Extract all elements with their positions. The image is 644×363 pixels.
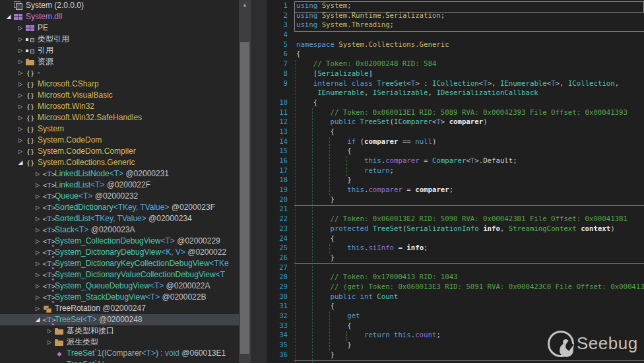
tree-item-system-codedom-compiler[interactable]: ▷{ }System.CodeDom.Compiler [0, 146, 239, 157]
tree-item-label: 派生类型 [67, 337, 98, 348]
tree-item-treerotation[interactable]: ▷TreeRotation @02000247 [0, 303, 239, 314]
tree-expander-icon[interactable]: ▷ [16, 112, 25, 123]
tree-item-system-dictionaryvaluecollectiondebugvie[interactable]: ▷<T>▾System_DictionaryValueCollectionDeb… [0, 269, 239, 280]
line-number: 11 [267, 108, 288, 118]
tree-item-item[interactable]: ▷类型引用 [0, 34, 239, 45]
tree-item-label: System.Collections.Generic [38, 157, 135, 168]
tree-expander-icon[interactable]: ▷ [16, 67, 25, 79]
code-text: using System; [296, 1, 352, 11]
tree-item-system-codedom[interactable]: ▷{ }System.CodeDom [0, 135, 239, 146]
tree-expander-icon[interactable]: ▷ [33, 269, 42, 280]
tree-item-system-2-0-0-0[interactable]: System (2.0.0.0) [0, 0, 239, 11]
tree-expander-icon[interactable]: ▷ [33, 292, 42, 303]
line-number: 2 [267, 11, 288, 21]
tree-expander-icon[interactable]: ▷ [16, 135, 25, 146]
folder-icon [54, 338, 65, 347]
tree-item-item[interactable]: ▷资源 [0, 56, 239, 67]
line-number: 34 [267, 331, 288, 341]
tree-item-microsoft-csharp[interactable]: ▷{ }Microsoft.CSharp [0, 79, 239, 90]
tree-scrollbar[interactable]: ▲ [239, 0, 251, 363]
tree-expander-icon[interactable]: ▷ [33, 213, 42, 224]
tree-item-system-collections-generic[interactable]: ◢{ }System.Collections.Generic [0, 157, 239, 168]
tree-item-sortedlist[interactable]: ▷<T>SortedList<TKey, TValue> @02000234 [0, 213, 239, 224]
tree-item-microsoft-win32[interactable]: ▷{ }Microsoft.Win32 [0, 101, 239, 112]
tree-item-label: 类型引用 [38, 34, 69, 45]
tree-expander-icon[interactable]: ▷ [33, 224, 42, 236]
tree-item-stack[interactable]: ▷<T>Stack<T> @0200023A [0, 224, 239, 236]
code-line: 27 [267, 263, 644, 273]
panel-splitter[interactable] [251, 0, 267, 363]
tree-item-system-collectiondebugview[interactable]: ▷<T>▾System_CollectionDebugView<T> @0200… [0, 236, 239, 247]
namespace-icon: { } [25, 125, 36, 134]
code-line: 29 // (get) Token: 0x060013E3 RID: 5091 … [267, 282, 644, 292]
tree-item-system-dictionarykeycollectiondebugview[interactable]: ▷<T>▾System_DictionaryKeyCollectionDebug… [0, 258, 239, 269]
assembly-icon [13, 1, 24, 11]
tree-item-system-dll[interactable]: ◢System.dll [0, 11, 239, 22]
tree-item-treeset[interactable]: ◢<T>▾TreeSet<T> @02000248 [0, 314, 239, 325]
classi-icon: <T>▾ [42, 271, 53, 280]
tree-expander-icon[interactable]: ▷ [16, 22, 25, 34]
tree-item-item[interactable]: ▷{ }- [0, 67, 239, 79]
tree-item-sorteddictionary[interactable]: ▷<T>SortedDictionary<TKey, TValue> @0200… [0, 202, 239, 213]
tree-expander-icon[interactable]: ▷ [16, 101, 25, 112]
code-line: 28 // Token: 0x17000413 RID: 1043 [267, 273, 644, 282]
tree-item-treeset-1[interactable]: ◆TreeSet`1( [0, 359, 239, 363]
tree-expander-icon[interactable]: ▷ [16, 56, 25, 67]
code-text: { [296, 321, 352, 331]
namespace-icon: { } [25, 114, 36, 123]
tree-expander-icon[interactable]: ▷ [16, 123, 25, 135]
tree-expander-icon[interactable]: ▷ [33, 180, 42, 191]
tree-item-system[interactable]: ▷{ }System [0, 123, 239, 135]
tree-expander-icon[interactable]: ▷ [45, 325, 54, 337]
tree-expander-icon[interactable]: ▷ [33, 258, 42, 269]
tree-expander-icon[interactable]: ▷ [33, 303, 42, 314]
tree-expander-icon[interactable]: ▷ [33, 236, 42, 247]
tree-item-item[interactable]: ▷基类型和接口 [0, 325, 239, 337]
line-number: 20 [267, 195, 288, 205]
tree-item-system-stackdebugview[interactable]: ▷<T>▾System_StackDebugView<T> @0200022B [0, 292, 239, 303]
tree-expander-icon[interactable]: ◢ [33, 314, 42, 325]
line-number: 9 [267, 79, 288, 89]
line-number: 25 [267, 244, 288, 253]
tree-item-microsoft-win32-safehandles[interactable]: ▷{ }Microsoft.Win32.SafeHandles [0, 112, 239, 123]
tree-item-label: System_StackDebugView<T> @0200022B [55, 292, 206, 303]
tree-expander-icon[interactable]: ▷ [33, 202, 42, 213]
tree-expander-icon[interactable]: ▷ [33, 280, 42, 292]
code-editor[interactable]: 1using System;2using System.Runtime.Seri… [267, 0, 644, 363]
tree-item-item[interactable]: ▷引用 [0, 45, 239, 56]
tree-expander-icon[interactable]: ▷ [16, 146, 25, 157]
tree-expander-icon[interactable]: ▷ [16, 90, 25, 101]
tree-item-linkedlist[interactable]: ▷<T>LinkedList<T> @0200022F [0, 180, 239, 191]
code-line: 30 public int Count [267, 292, 644, 302]
code-line: 16 this.comparer = Comparer<T>.Default; [267, 156, 644, 166]
tree-expander-icon[interactable]: ▷ [33, 168, 42, 180]
tree-item-label: System (2.0.0.0) [26, 0, 84, 11]
classi-icon: <T>▾ [42, 248, 53, 257]
tree-item-linkedlistnode[interactable]: ▷<T>LinkedListNode<T> @02000231 [0, 168, 239, 180]
tree-item-system-dictionarydebugview[interactable]: ▷<T>▾System_DictionaryDebugView<K, V> @0… [0, 247, 239, 258]
tree-expander-icon[interactable]: ◢ [16, 157, 25, 168]
tree-expander-icon[interactable]: ◢ [4, 11, 13, 22]
tree-item-queue[interactable]: ▷<T>Queue<T> @02000232 [0, 191, 239, 202]
tree-item-microsoft-visualbasic[interactable]: ▷{ }Microsoft.VisualBasic [0, 90, 239, 101]
tree-item-item[interactable]: ▷派生类型 [0, 337, 239, 348]
tree-expander-icon[interactable]: ▷ [16, 34, 25, 45]
tree-expander-icon[interactable]: ▷ [33, 191, 42, 202]
tree-item-label: Microsoft.CSharp [38, 79, 99, 90]
tree-item-label: System_DictionaryValueCollectionDebugVie… [55, 269, 225, 280]
tree-item-treeset-1[interactable]: ◆TreeSet`1(IComparer<T>) : void @060013E… [0, 348, 239, 359]
class-icon: <T> [42, 192, 53, 201]
assembly-tree[interactable]: System (2.0.0.0)◢System.dll▷PE▷类型引用▷引用▷资… [0, 0, 239, 363]
line-number: 26 [267, 253, 288, 263]
tree-item-pe[interactable]: ▷PE [0, 22, 239, 34]
code-line: 9 internal class TreeSet<T> : ICollectio… [267, 79, 644, 89]
scroll-up-arrow-icon[interactable]: ▲ [239, 0, 251, 11]
tree-item-system-queuedebugview[interactable]: ▷<T>▾System_QueueDebugView<T> @0200022A [0, 280, 239, 292]
tree-expander-icon[interactable]: ▷ [16, 79, 25, 90]
tree-expander-icon[interactable]: ▷ [16, 45, 25, 56]
line-number: 4 [267, 30, 288, 40]
tree-expander-icon[interactable]: ▷ [33, 247, 42, 258]
tree-expander-icon[interactable]: ▷ [45, 337, 54, 348]
code-line: 24 { [267, 234, 644, 244]
tree-scrollbar-thumb[interactable] [240, 42, 249, 354]
